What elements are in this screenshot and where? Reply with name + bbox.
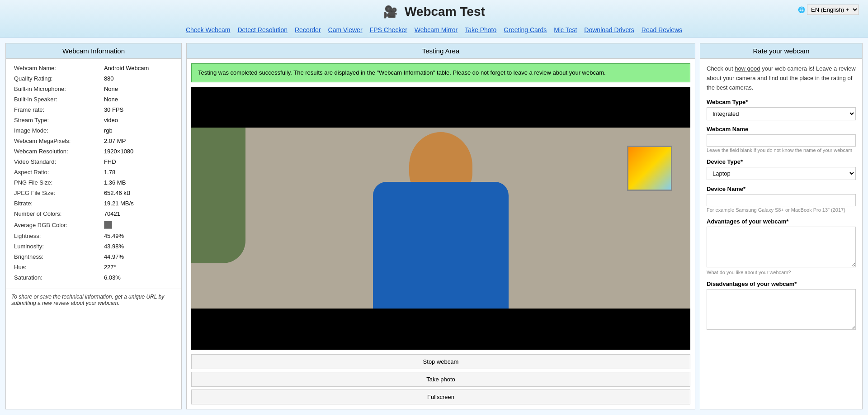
table-row: Number of Colors: 70421 — [12, 209, 175, 218]
table-row: Bitrate: 19.21 MB/s — [12, 199, 175, 208]
webcam-feed — [191, 128, 690, 309]
table-row: Webcam MegaPixels: 2.07 MP — [12, 136, 175, 146]
webcam-name-hint: Leave the field blank if you do not know… — [707, 147, 856, 153]
device-name-input[interactable] — [707, 194, 856, 206]
testing-area-title: Testing Area — [187, 43, 695, 59]
table-row: JPEG File Size: 652.46 kB — [12, 188, 175, 198]
nav-greeting-cards[interactable]: Greeting Cards — [501, 25, 549, 34]
advantages-group: Advantages of your webcam* What do you l… — [707, 218, 856, 275]
webcam-name-label: Webcam Name — [707, 126, 856, 133]
table-row: Webcam Name: Android Webcam — [12, 63, 175, 73]
table-row: Lightness: 45.49% — [12, 231, 175, 241]
rate-webcam-title: Rate your webcam — [700, 43, 862, 59]
table-row: Quality Rating: 880 — [12, 74, 175, 83]
table-row: Saturation: 6.03% — [12, 273, 175, 282]
webcam-icon: 🎥 — [383, 5, 397, 19]
table-row: Built-in Speaker: None — [12, 95, 175, 104]
nav-cam-viewer[interactable]: Cam Viewer — [326, 25, 365, 34]
device-type-label: Device Type* — [707, 158, 856, 165]
table-row: Webcam Resolution: 1920×1080 — [12, 147, 175, 156]
webcam-name-group: Webcam Name Leave the field blank if you… — [707, 126, 856, 153]
disadvantages-group: Disadvantages of your webcam* — [707, 280, 856, 331]
page-title: 🎥 Webcam Test — [0, 5, 868, 19]
fullscreen-button[interactable]: Fullscreen — [191, 390, 690, 404]
table-row: Video Standard: FHD — [12, 157, 175, 166]
webcam-info-panel: Webcam Information Webcam Name: Android … — [5, 43, 182, 409]
stop-webcam-button[interactable]: Stop webcam — [191, 354, 690, 369]
success-banner: Testing was completed successfully. The … — [191, 63, 690, 82]
plant-decoration — [191, 128, 245, 263]
table-row: Luminosity: 43.98% — [12, 242, 175, 251]
webcam-info-title: Webcam Information — [6, 43, 181, 59]
rate-webcam-panel: Rate your webcam Check out how good your… — [700, 43, 863, 409]
device-name-group: Device Name* For example Samsung Galaxy … — [707, 185, 856, 213]
advantages-hint: What do you like about your webcam? — [707, 270, 856, 275]
table-row: Built-in Microphone: None — [12, 84, 175, 94]
advantages-textarea[interactable] — [707, 227, 856, 267]
language-selector[interactable]: 🌐 EN (English) + — [798, 5, 859, 15]
webcam-type-select[interactable]: Integrated External USB Wireless IP Came… — [707, 107, 856, 120]
nav-recorder[interactable]: Recorder — [292, 25, 324, 34]
language-icon: 🌐 — [798, 6, 805, 13]
info-footer-text: To share or save the technical informati… — [6, 289, 181, 311]
webcam-type-label: Webcam Type* — [707, 99, 856, 105]
webcam-type-group: Webcam Type* Integrated External USB Wir… — [707, 99, 856, 120]
nav-download-drivers[interactable]: Download Drivers — [581, 25, 637, 34]
webcam-info-table: Webcam Name: Android Webcam Quality Rati… — [6, 59, 181, 287]
table-row: Average RGB Color: — [12, 219, 175, 230]
table-row: Frame rate: 30 FPS — [12, 105, 175, 114]
nav-fps-checker[interactable]: FPS Checker — [367, 25, 410, 34]
rgb-color-swatch — [104, 221, 112, 229]
person-body — [373, 182, 509, 309]
table-row: Brightness: 44.97% — [12, 252, 175, 261]
person-simulation — [364, 132, 518, 309]
nav-take-photo[interactable]: Take Photo — [462, 25, 499, 34]
disadvantages-label: Disadvantages of your webcam* — [707, 280, 856, 287]
main-nav: Check Webcam Detect Resolution Recorder … — [0, 23, 868, 37]
rate-intro-text: Check out how good your web camera is! L… — [707, 64, 856, 92]
webcam-name-input[interactable] — [707, 134, 856, 147]
advantages-label: Advantages of your webcam* — [707, 218, 856, 225]
table-row: PNG File Size: 1.36 MB — [12, 178, 175, 187]
nav-webcam-mirror[interactable]: Webcam Mirror — [412, 25, 460, 34]
device-name-label: Device Name* — [707, 185, 856, 192]
nav-mic-test[interactable]: Mic Test — [551, 25, 580, 34]
table-row: Image Mode: rgb — [12, 126, 175, 135]
webcam-controls: Stop webcam Take photo Fullscreen — [187, 354, 695, 409]
device-type-select[interactable]: Laptop Desktop Tablet Smartphone — [707, 167, 856, 180]
device-type-group: Device Type* Laptop Desktop Tablet Smart… — [707, 158, 856, 180]
nav-detect-resolution[interactable]: Detect Resolution — [235, 25, 290, 34]
disadvantages-textarea[interactable] — [707, 289, 856, 330]
wall-picture — [627, 146, 672, 191]
table-row: Hue: 227° — [12, 262, 175, 272]
nav-check-webcam[interactable]: Check Webcam — [183, 25, 233, 34]
table-row: Stream Type: video — [12, 115, 175, 125]
testing-area-panel: Testing Area Testing was completed succe… — [186, 43, 695, 409]
webcam-preview — [191, 87, 690, 350]
take-photo-button[interactable]: Take photo — [191, 372, 690, 387]
device-name-hint: For example Samsung Galaxy S8+ or MacBoo… — [707, 207, 856, 213]
language-select[interactable]: EN (English) + — [807, 5, 859, 15]
nav-read-reviews[interactable]: Read Reviews — [639, 25, 685, 34]
table-row: Aspect Ratio: 1.78 — [12, 167, 175, 177]
